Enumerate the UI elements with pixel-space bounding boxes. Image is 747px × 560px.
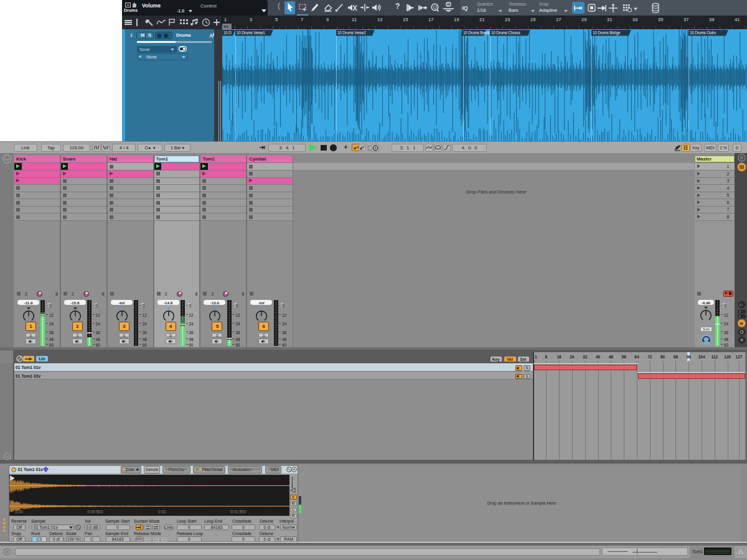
svg-text:D: D: [447, 2, 449, 6]
svg-text:IO: IO: [739, 302, 743, 306]
svg-text:M: M: [740, 322, 743, 325]
svg-text:Q: Q: [433, 4, 437, 10]
